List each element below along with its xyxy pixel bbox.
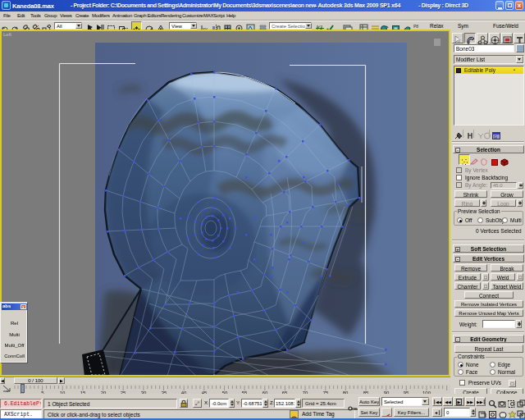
svg-text:G: G [494, 135, 497, 139]
